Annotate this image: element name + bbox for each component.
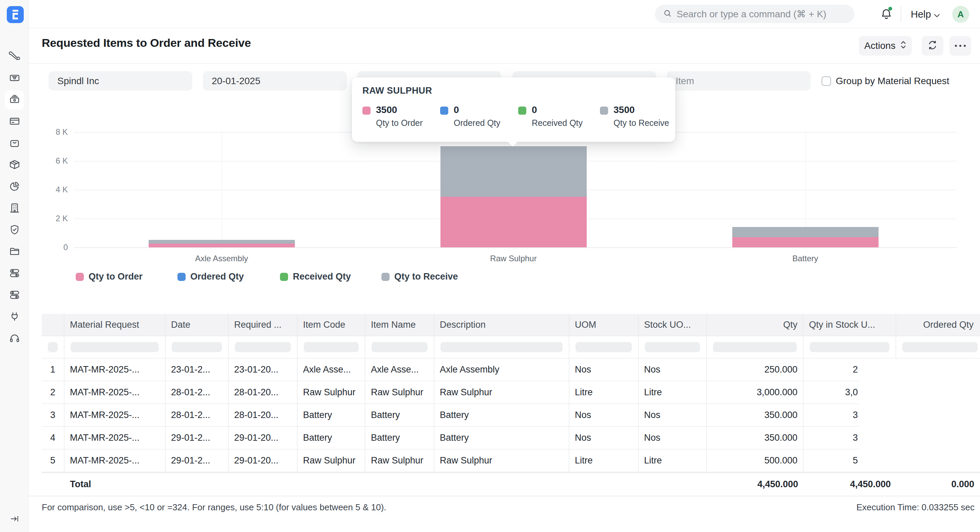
cell-required[interactable]: 29-01-20... [229, 427, 298, 449]
cell-item_name[interactable]: Raw Sulphur [366, 381, 434, 404]
cell-qty[interactable]: 3,000.000 [707, 381, 803, 404]
cell-qty[interactable]: 500.000 [707, 449, 803, 472]
item-filter[interactable]: Item [667, 71, 811, 91]
cell-item_code[interactable]: Axle Asse... [298, 359, 366, 381]
column-filter-input[interactable] [441, 342, 563, 352]
bar-segment-qty-to-order[interactable] [149, 244, 295, 247]
cell-item_code[interactable]: Raw Sulphur [298, 381, 366, 404]
legend-item[interactable]: Ordered Qty [177, 272, 244, 282]
legend-item[interactable]: Qty to Order [76, 272, 143, 282]
cell-description[interactable]: Battery [434, 404, 570, 427]
legend-item[interactable]: Qty to Receive [382, 272, 458, 282]
sidebar-item-bag[interactable] [5, 134, 24, 153]
cell-date[interactable]: 28-01-2... [165, 404, 229, 427]
cell-date[interactable]: 29-01-2... [165, 449, 229, 472]
cell-description[interactable]: Raw Sulphur [434, 381, 570, 404]
cell-uom[interactable]: Nos [570, 427, 639, 449]
cell-item_name[interactable]: Axle Asse... [366, 359, 434, 381]
column-filter-input[interactable] [48, 342, 58, 352]
column-filter-input[interactable] [372, 342, 428, 352]
sidebar-expand-button[interactable] [8, 513, 21, 526]
column-header-description[interactable]: Description [434, 314, 570, 336]
cell-item_name[interactable]: Raw Sulphur [366, 449, 434, 472]
sidebar-item-building[interactable] [5, 199, 24, 218]
sidebar-item-headset[interactable] [5, 329, 24, 348]
column-filter-input[interactable] [902, 342, 978, 352]
sidebar-item-toggles-alt[interactable] [5, 286, 24, 305]
cell-required[interactable]: 29-01-20... [229, 449, 298, 472]
column-header-num[interactable] [42, 314, 64, 336]
cell-uom[interactable]: Litre [570, 381, 639, 404]
column-filter-input[interactable] [235, 342, 291, 352]
cell-item_name[interactable]: Battery [366, 427, 434, 449]
column-header-stock_uom[interactable]: Stock UO... [639, 314, 707, 336]
sidebar-item-folder[interactable] [5, 242, 24, 262]
sidebar-item-tools[interactable] [5, 47, 24, 66]
from-date-filter[interactable]: 20-01-2025 [203, 71, 347, 91]
bar-segment-qty-to-receive[interactable] [149, 240, 295, 244]
sidebar-item-cash[interactable] [5, 68, 24, 88]
cell-num[interactable]: 3 [42, 404, 64, 427]
column-header-required[interactable]: Required ... [229, 314, 298, 336]
cell-material_request[interactable]: MAT-MR-2025-... [64, 404, 165, 427]
more-options-button[interactable] [950, 36, 971, 56]
cell-stock_uom[interactable]: Nos [639, 404, 707, 427]
cell-material_request[interactable]: MAT-MR-2025-... [64, 449, 165, 472]
cell-num[interactable]: 2 [42, 381, 64, 404]
cell-description[interactable]: Battery [434, 427, 570, 449]
sidebar-item-card[interactable] [5, 112, 24, 131]
cell-item_name[interactable]: Battery [366, 404, 434, 427]
sidebar-item-plug[interactable] [5, 307, 24, 327]
column-header-item_code[interactable]: Item Code [298, 314, 366, 336]
column-header-qty[interactable]: Qty [707, 314, 803, 336]
legend-item[interactable]: Received Qty [280, 272, 351, 282]
company-filter[interactable]: Spindl Inc [49, 71, 192, 91]
cell-item_code[interactable]: Raw Sulphur [298, 449, 366, 472]
cell-num[interactable]: 1 [42, 359, 64, 381]
cell-num[interactable]: 4 [42, 427, 64, 449]
column-filter-input[interactable] [172, 342, 222, 352]
cell-date[interactable]: 28-01-2... [165, 381, 229, 404]
cell-material_request[interactable]: MAT-MR-2025-... [64, 381, 165, 404]
sidebar-item-pie-chart[interactable] [5, 177, 24, 197]
cell-stock_uom[interactable]: Litre [639, 449, 707, 472]
column-filter-input[interactable] [645, 342, 700, 352]
bar-segment-qty-to-receive[interactable] [441, 146, 587, 197]
column-header-qty_in_stock[interactable]: Qty in Stock U... [803, 314, 896, 336]
avatar[interactable]: A [952, 6, 969, 23]
sidebar-item-package[interactable] [5, 156, 24, 175]
column-filter-input[interactable] [713, 342, 797, 352]
cell-qty[interactable]: 250.000 [707, 359, 803, 381]
cell-qty[interactable]: 350.000 [707, 427, 803, 449]
bar-segment-qty-to-order[interactable] [732, 237, 878, 247]
cell-required[interactable]: 23-01-20... [229, 359, 298, 381]
sidebar-item-toggles[interactable] [5, 264, 24, 283]
refresh-button[interactable] [922, 36, 943, 56]
column-header-item_name[interactable]: Item Name [366, 314, 434, 336]
cell-uom[interactable]: Nos [570, 359, 639, 381]
cell-description[interactable]: Axle Assembly [434, 359, 570, 381]
cell-stock_uom[interactable]: Nos [639, 427, 707, 449]
bar-segment-qty-to-receive[interactable] [732, 227, 878, 237]
cell-date[interactable]: 23-01-2... [165, 359, 229, 381]
column-filter-input[interactable] [810, 342, 889, 352]
cell-uom[interactable]: Litre [570, 449, 639, 472]
column-header-material_request[interactable]: Material Request [64, 314, 165, 336]
sidebar-item-shield[interactable] [5, 221, 24, 240]
cell-item_code[interactable]: Battery [298, 404, 366, 427]
help-menu[interactable]: Help [911, 8, 940, 21]
cell-stock_uom[interactable]: Litre [639, 381, 707, 404]
actions-button[interactable]: Actions [859, 36, 912, 56]
column-filter-input[interactable] [576, 342, 632, 352]
cell-required[interactable]: 28-01-20... [229, 404, 298, 427]
cell-item_code[interactable]: Battery [298, 427, 366, 449]
cell-uom[interactable]: Nos [570, 404, 639, 427]
group-by-material-request[interactable]: Group by Material Request [821, 71, 950, 91]
checkbox[interactable] [821, 76, 831, 86]
app-logo-icon[interactable] [7, 6, 24, 23]
cell-stock_uom[interactable]: Nos [639, 359, 707, 381]
column-filter-input[interactable] [304, 342, 359, 352]
column-header-ordered_qty[interactable]: Ordered Qty [896, 314, 980, 336]
cell-date[interactable]: 29-01-2... [165, 427, 229, 449]
cell-description[interactable]: Raw Sulphur [434, 449, 570, 472]
